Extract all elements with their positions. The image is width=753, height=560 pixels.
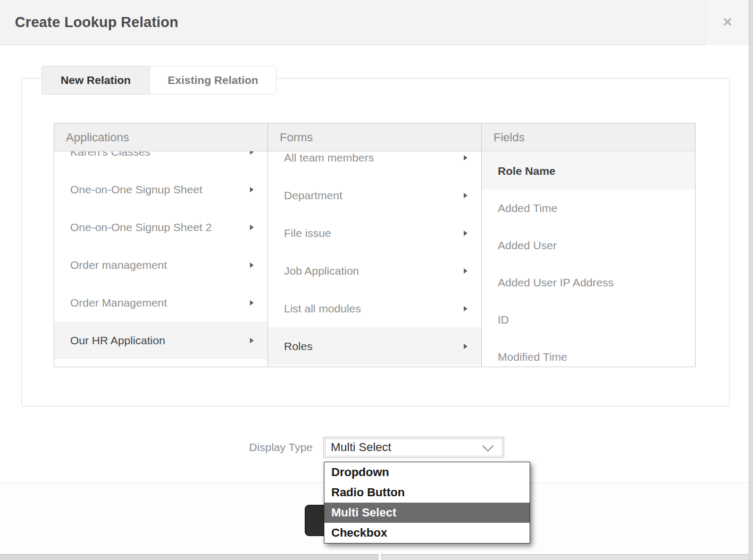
dropdown-option[interactable]: Multi Select [324,503,530,523]
list-item-label: ID [498,313,509,326]
list-item-label: Karen's Classes [70,151,150,158]
list-item-label: Our HR Application [70,334,165,346]
list-item[interactable]: Added Time [482,190,695,227]
chevron-right-icon [464,344,467,349]
dropdown-option[interactable]: Dropdown [324,462,530,482]
column-rows: All team membersDepartmentFile issueJob … [268,151,481,365]
list-item[interactable]: Modified Time [482,338,695,367]
tab-new-relation[interactable]: New Relation [41,66,150,95]
column-header: Fields [482,123,695,151]
dropdown-option[interactable]: Radio Button [324,482,530,503]
display-type-value: Multi Select [331,437,391,457]
list-item[interactable]: One-on-One Signup Sheet 2 [54,208,267,246]
display-type-select[interactable]: Multi Select [323,437,504,458]
list-item[interactable]: Our HR Application [54,321,267,359]
list-item-label: Order Management [70,296,167,309]
column-list[interactable]: Role NameAdded TimeAdded UserAdded User … [482,151,695,367]
list-item[interactable]: Role Name [482,152,695,190]
list-item-label: Added User IP Address [498,276,614,289]
list-item-label: File issue [284,227,331,239]
column-list[interactable]: Karen's ClassesOne-on-One Signup SheetOn… [54,151,267,367]
list-item-label: Department [284,189,342,201]
dropdown-option[interactable]: Checkbox [324,523,530,543]
chevron-right-icon [250,151,254,155]
list-item[interactable]: Added User [482,227,695,264]
page-title: Create Lookup Relation [15,0,178,45]
picker-columns: ApplicationsKaren's ClassesOne-on-One Si… [54,123,696,367]
list-item[interactable]: List all modules [268,290,481,327]
chevron-right-icon [464,155,467,160]
chevron-right-icon [250,300,254,306]
column-header: Applications [54,123,267,151]
create-lookup-relation-dialog: Create Lookup Relation × New Relation Ex… [0,0,753,560]
column-rows: Karen's ClassesOne-on-One Signup SheetOn… [54,151,267,359]
list-item-label: List all modules [284,302,361,315]
chevron-right-icon [464,231,467,236]
display-type-dropdown-menu: DropdownRadio ButtonMulti SelectCheckbox [324,462,530,544]
list-item-label: Added User [498,239,557,251]
picker-column-fields: FieldsRole NameAdded TimeAdded UserAdded… [482,123,695,367]
page-scrollbar-track[interactable] [749,0,753,560]
list-item[interactable]: Job Application [268,252,481,290]
list-item[interactable]: Roles [268,327,481,365]
list-item-label: Order management [70,259,167,271]
chevron-right-icon [464,268,467,274]
column-list[interactable]: All team membersDepartmentFile issueJob … [268,151,481,367]
chevron-right-icon [250,187,254,192]
list-item-label: Job Application [284,265,359,277]
picker-column-forms: FormsAll team membersDepartmentFile issu… [268,123,482,367]
list-item[interactable]: Karen's Classes [54,151,267,171]
chevron-right-icon [464,193,467,198]
chevron-down-icon [482,440,493,452]
tab-content-panel: ApplicationsKaren's ClassesOne-on-One Si… [21,78,730,406]
picker-column-applications: ApplicationsKaren's ClassesOne-on-One Si… [54,123,268,367]
chevron-right-icon [464,306,467,311]
background-panel-edge-left [0,554,379,560]
chevron-right-icon [250,225,254,230]
list-item-label: Roles [284,340,313,352]
background-panel-edge-right [381,554,753,560]
display-type-label: Display Type [153,437,313,458]
column-header: Forms [268,123,481,151]
list-item[interactable]: File issue [268,214,481,252]
list-item[interactable]: All team members [268,151,481,176]
list-item[interactable]: Order management [54,246,267,284]
list-item-label: One-on-One Signup Sheet [70,183,203,196]
list-item-label: One-on-One Signup Sheet 2 [70,221,212,233]
chevron-right-icon [250,338,254,343]
chevron-right-icon [250,262,254,268]
close-button[interactable]: × [706,0,749,45]
column-rows: Role NameAdded TimeAdded UserAdded User … [482,152,695,367]
tab-existing-relation[interactable]: Existing Relation [149,66,277,95]
list-item-label: Modified Time [498,351,567,363]
list-item-label: Added Time [498,202,557,214]
list-item[interactable]: Department [268,176,481,214]
list-item[interactable]: One-on-One Signup Sheet [54,171,267,208]
dialog-header: Create Lookup Relation [0,0,749,45]
list-item-label: Role Name [498,165,556,177]
list-item[interactable]: Order Management [54,284,267,321]
list-item[interactable]: ID [482,301,695,338]
list-item-label: All team members [284,151,374,164]
list-item[interactable]: Added User IP Address [482,264,695,301]
close-icon: × [723,13,732,30]
